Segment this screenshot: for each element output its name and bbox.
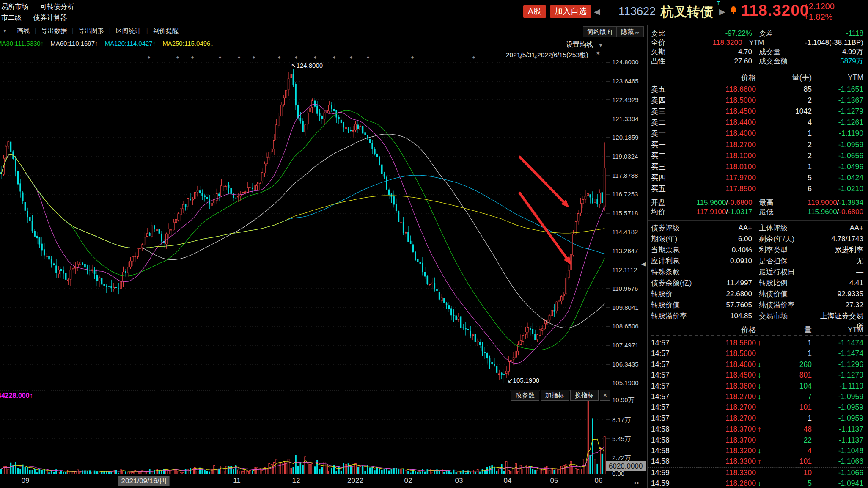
menu-item-1[interactable]: 可转债分析 (40, 3, 74, 10)
book-price: 118.2700 (687, 139, 756, 150)
field-value-part: -0.6800 (728, 199, 753, 207)
toolbar-item-3[interactable]: 区间统计 (111, 26, 146, 35)
trade-time: 14:58 (651, 456, 687, 467)
book-price: 118.4500 (687, 106, 756, 117)
field-value: 57.7605 (703, 300, 752, 311)
trade-volume: 22 (769, 435, 812, 446)
change-amount: +2.1200 (804, 1, 835, 12)
toolbar-item-1[interactable]: 导出数据 (36, 26, 72, 35)
trade-volume: 10 (769, 468, 812, 478)
book-ytm: -1.1279 (812, 106, 863, 117)
pin-icon[interactable]: ✶ (596, 50, 601, 57)
info-row: 久期4.70成交量4.99万 (648, 47, 868, 57)
trade-price: 118.5600 (687, 338, 756, 348)
volume-chart[interactable] (0, 400, 606, 474)
field-value-part: 115.9600 (808, 208, 837, 216)
header-price: 价格 (687, 72, 756, 83)
close-indicator-icon[interactable]: × (600, 390, 610, 401)
x-axis-label: 11 (233, 477, 241, 485)
transaction-row: 14:58118.370022-1.1137 (648, 435, 868, 446)
book-volume: 2 (769, 95, 812, 106)
trade-time: 14:59 (651, 468, 687, 478)
ma-settings-label: 设置均线 (566, 41, 593, 48)
a-share-button[interactable]: A股 (523, 5, 546, 18)
trade-direction-icon (756, 348, 769, 359)
field-label: 最高 (753, 198, 808, 207)
toolbar-item-0[interactable]: 画线 (12, 26, 35, 35)
indicator-button-1[interactable]: 加指标 (541, 390, 569, 401)
chevron-down-icon[interactable]: ▼ (3, 28, 7, 33)
collapse-panel-icon[interactable]: ◀ (641, 261, 646, 267)
indicator-button-2[interactable]: 换指标 (570, 390, 599, 401)
field-label: 均价 (651, 207, 696, 217)
simple-layout-button[interactable]: 简约版面 (583, 26, 617, 37)
trade-ytm: -1.1474 (812, 348, 863, 359)
field-label: 特殊条款 (651, 267, 703, 278)
order-book-row[interactable]: 买五117.85006-1.0210 (648, 183, 868, 194)
trade-price: 118.3600 (687, 381, 756, 392)
menu-item2-1[interactable]: 债券计算器 (33, 14, 67, 21)
order-book-row[interactable]: 买一118.27002-1.0959 (648, 139, 868, 150)
trade-time: 14:57 (651, 413, 687, 424)
book-side-label: 买五 (651, 183, 687, 194)
candlestick-chart[interactable] (0, 50, 606, 389)
book-price: 117.9700 (687, 172, 756, 183)
prev-security-icon[interactable]: ◀ (594, 7, 600, 17)
toolbar-item-4[interactable]: 到价提醒 (148, 26, 184, 35)
order-book-row[interactable]: 卖四118.50002-1.1367 (648, 95, 868, 106)
book-volume: 4 (769, 117, 812, 128)
trade-price: 118.2700 (687, 392, 756, 402)
field-label: 利率类型 (752, 245, 815, 256)
transaction-row: 14:57118.2700↓7-1.0959 (648, 392, 868, 402)
trade-volume: 1 (769, 413, 812, 424)
transaction-row: 14:59118.330010-1.1066 (648, 468, 868, 478)
transaction-row: 14:59118.2600↓5-1.0941 (648, 478, 868, 488)
order-book-row[interactable]: 卖二118.44004-1.1261 (648, 117, 868, 128)
field-label: 全价 (651, 38, 703, 47)
order-book-row[interactable]: 卖五118.660085-1.1651 (648, 84, 868, 95)
x-axis-label: 03 (455, 477, 463, 485)
event-marker-icon: ◆ (219, 55, 221, 59)
toolbar-item-2[interactable]: 导出图形 (74, 26, 109, 35)
trade-volume: 101 (769, 402, 812, 413)
ma-label-3: MA250:115.0496↓ (162, 40, 214, 47)
x-axis-label: 02 (404, 477, 412, 485)
hide-panel-button[interactable]: 隐藏 ▸▸ (617, 26, 644, 37)
field-label: 纯债价值 (752, 289, 815, 300)
event-marker-icon: ◆ (350, 55, 352, 59)
field-label: 委差 (752, 29, 815, 38)
event-marker-icon: ◆ (314, 55, 316, 59)
order-book-row[interactable]: 卖三118.45001042-1.1279 (648, 106, 868, 117)
trade-volume: 7 (769, 392, 812, 402)
trade-ytm: -1.1119 (812, 381, 863, 392)
field-label: 当期票息 (651, 245, 703, 256)
trade-price: 118.5600 (687, 348, 756, 359)
indicator-button-0[interactable]: 改参数 (511, 390, 539, 401)
y-axis-label: 117.8788 (612, 172, 638, 179)
last-price: 118.3200 (741, 2, 809, 19)
add-to-watchlist-button[interactable]: 加入自选 (550, 5, 591, 18)
ma-settings-button[interactable]: 设置均线 ▼ (566, 41, 603, 50)
book-side-label: 买一 (651, 139, 687, 150)
field-value: 27.60 (703, 57, 752, 66)
menu-item2-0[interactable]: 市二级 (1, 14, 22, 21)
transaction-row: 14:58118.3200↓4-1.1048 (648, 446, 868, 456)
menu-item-0[interactable]: 易所市场 (1, 3, 28, 10)
trade-volume: 48 (769, 424, 812, 435)
header-spacer (651, 324, 687, 335)
date-range-link[interactable]: 2021/5/31-2022/6/15(253根) (506, 51, 588, 60)
trade-direction-icon: ↓ (756, 370, 769, 380)
x-axis-label: 05 (550, 477, 558, 485)
event-marker-icon: ◆ (148, 55, 150, 59)
x-axis-label: 06 (595, 477, 603, 485)
next-security-icon[interactable]: ▶ (719, 7, 725, 17)
order-book-row[interactable]: 买二118.10002-1.0656 (648, 150, 868, 161)
order-book-row[interactable]: 买四117.97005-1.0424 (648, 172, 868, 183)
scroll-right-button[interactable]: ▸▸ (630, 479, 644, 487)
t-plus-zero-badge: T (717, 0, 720, 6)
order-book-row[interactable]: 卖一118.40001-1.1190 (648, 128, 868, 139)
book-price: 118.1000 (687, 150, 756, 161)
trade-price: 118.3700 (687, 424, 756, 435)
trade-ytm: -1.1474 (812, 338, 863, 348)
order-book-row[interactable]: 买三118.01001-1.0496 (648, 161, 868, 172)
